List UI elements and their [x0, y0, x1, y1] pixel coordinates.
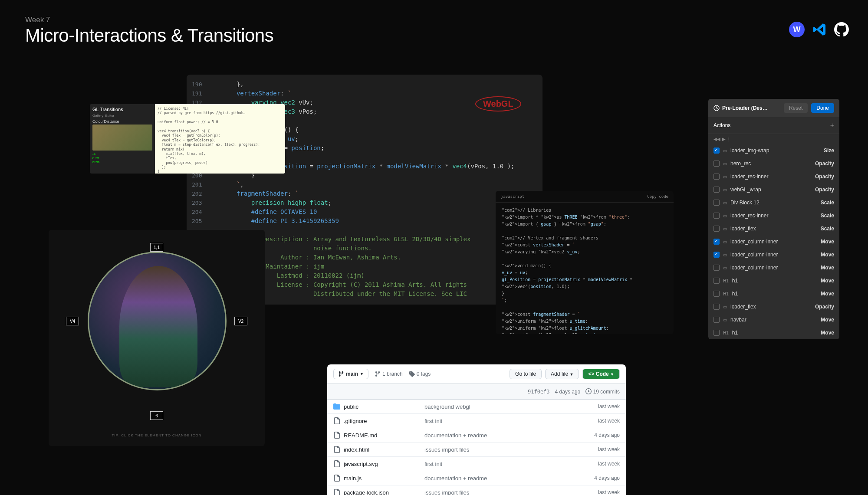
file-name[interactable]: README.md — [333, 432, 424, 439]
action-checkbox[interactable] — [713, 187, 720, 193]
action-row[interactable]: ▭webGL_wrapOpacity — [708, 183, 839, 196]
file-name[interactable]: index.html — [333, 446, 424, 453]
done-button[interactable]: Done — [811, 103, 834, 113]
portrait-image[interactable] — [88, 252, 227, 390]
layer-name: loader_img-wrap — [730, 148, 769, 154]
action-row[interactable]: ▭loader_rec-innerOpacity — [708, 170, 839, 183]
action-row[interactable]: ▭loader_column-innerMove — [708, 248, 839, 261]
tab-editor[interactable]: Editor — [105, 114, 114, 118]
handle-left[interactable]: V4 — [66, 317, 79, 325]
layer-name: h1 — [732, 278, 738, 284]
webgl-logo: WebGL — [475, 96, 521, 111]
action-type: Move — [821, 278, 834, 284]
action-checkbox[interactable] — [713, 148, 720, 154]
handle-top[interactable]: 1,1 — [150, 243, 163, 252]
layer-name: h1 — [732, 330, 738, 336]
action-checkbox[interactable] — [713, 226, 720, 232]
div-icon: ▭ — [723, 226, 727, 231]
commit-message[interactable]: issues import files — [424, 489, 598, 495]
preview-thumbnail[interactable] — [92, 125, 152, 151]
layer-name: loader_column-inner — [730, 252, 778, 258]
js-lang-label: javascript — [501, 194, 524, 199]
portrait-figure — [119, 266, 197, 387]
action-row[interactable]: ▭hero_recOpacity — [708, 157, 839, 170]
actions-header: Actions + — [708, 117, 839, 134]
table-row[interactable]: package-lock.jsonissues import fileslast… — [327, 485, 626, 495]
action-checkbox[interactable] — [713, 252, 720, 258]
action-checkbox[interactable] — [713, 304, 720, 310]
file-name[interactable]: package-lock.json — [333, 489, 424, 495]
js-code-body[interactable]: "com2">// Libraries"kw2">import * "kw2">… — [496, 203, 674, 334]
commit-count[interactable]: 19 commits — [585, 388, 620, 395]
file-name[interactable]: public — [333, 403, 424, 410]
action-checkbox[interactable] — [713, 291, 720, 297]
action-checkbox[interactable] — [713, 174, 720, 180]
commit-message[interactable]: background webgl — [424, 403, 598, 410]
commit-message[interactable]: issues import files — [424, 446, 598, 453]
tags-count[interactable]: 0 tags — [409, 371, 431, 377]
table-row[interactable]: .gitignorefirst initlast week — [327, 414, 626, 428]
action-row[interactable]: ▭loader_flexOpacity — [708, 300, 839, 313]
action-checkbox[interactable] — [713, 161, 720, 167]
add-file-button[interactable]: Add file ▼ — [545, 369, 579, 379]
copy-code-button[interactable]: Copy code — [647, 194, 668, 199]
handle-right[interactable]: V2 — [234, 317, 247, 325]
file-name[interactable]: main.js — [333, 475, 424, 482]
action-type: Scale — [821, 226, 834, 232]
layer-name: h1 — [732, 291, 738, 297]
commit-message[interactable]: first init — [424, 461, 598, 467]
preview-value-3: 60% — [92, 160, 152, 164]
action-row[interactable]: H1h1Move — [708, 274, 839, 287]
tab-gallery[interactable]: Gallery — [92, 114, 103, 118]
handle-bottom[interactable]: 6 — [150, 411, 163, 420]
table-row[interactable]: publicbackground webgllast week — [327, 400, 626, 414]
gltransitions-tabs: Gallery Editor — [92, 114, 152, 118]
action-row[interactable]: ▭loader_rec-innerScale — [708, 209, 839, 222]
action-checkbox[interactable] — [713, 200, 720, 206]
go-to-file-button[interactable]: Go to file — [510, 369, 542, 379]
gltransitions-code[interactable]: // License: MIT // parsed by gre from ht… — [155, 104, 285, 174]
rewind-icon[interactable]: ◀◀ — [713, 137, 720, 141]
reset-button[interactable]: Reset — [784, 103, 808, 113]
action-type: Move — [821, 265, 834, 271]
action-type: Move — [821, 252, 834, 258]
gltransitions-panel: GL Transitions Gallery Editor ColourDist… — [90, 104, 285, 174]
action-checkbox[interactable] — [713, 317, 720, 323]
action-type: Move — [821, 291, 834, 297]
table-row[interactable]: README.mddocumentation + readme4 days ag… — [327, 428, 626, 443]
add-action-button[interactable]: + — [830, 121, 834, 129]
action-checkbox[interactable] — [713, 239, 720, 245]
webflow-icon[interactable]: W — [789, 22, 805, 37]
action-checkbox[interactable] — [713, 278, 720, 284]
action-row[interactable]: ▭loader_column-innerMove — [708, 261, 839, 274]
action-type: Opacity — [815, 304, 834, 310]
vscode-icon[interactable] — [812, 23, 826, 36]
action-row[interactable]: H1h1Move — [708, 326, 839, 339]
github-icon[interactable] — [834, 22, 849, 37]
action-row[interactable]: ▭loader_column-innerMove — [708, 235, 839, 248]
branch-selector[interactable]: main ▼ — [333, 369, 368, 379]
table-row[interactable]: index.htmlissues import fileslast week — [327, 443, 626, 457]
action-checkbox[interactable] — [713, 213, 720, 219]
table-row[interactable]: main.jsdocumentation + readme4 days ago — [327, 471, 626, 485]
table-row[interactable]: javascript.svgfirst initlast week — [327, 457, 626, 471]
commit-message[interactable]: first init — [424, 418, 598, 424]
action-row[interactable]: ▭loader_img-wrapSize — [708, 144, 839, 157]
action-checkbox[interactable] — [713, 265, 720, 271]
page-title: Micro-Interactions & Transitions — [25, 25, 273, 46]
commit-sha[interactable]: 91f0ef3 — [528, 389, 550, 395]
file-name[interactable]: .gitignore — [333, 417, 424, 424]
action-type: Size — [824, 148, 834, 154]
code-button[interactable]: <> Code ▼ — [582, 369, 620, 379]
branches-count[interactable]: 1 branch — [375, 371, 403, 377]
div-icon: ▭ — [723, 174, 727, 179]
action-row[interactable]: ▭Div Block 12Scale — [708, 196, 839, 209]
commit-message[interactable]: documentation + readme — [424, 475, 594, 482]
action-row[interactable]: ▭loader_flexScale — [708, 222, 839, 235]
file-name[interactable]: javascript.svg — [333, 460, 424, 467]
action-checkbox[interactable] — [713, 330, 720, 336]
action-row[interactable]: ▭navbarMove — [708, 313, 839, 326]
commit-message[interactable]: documentation + readme — [424, 432, 594, 439]
action-row[interactable]: H1h1Move — [708, 287, 839, 300]
play-icon[interactable]: ▶ — [722, 137, 726, 141]
